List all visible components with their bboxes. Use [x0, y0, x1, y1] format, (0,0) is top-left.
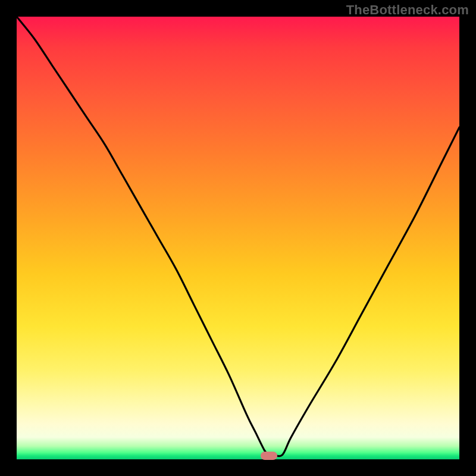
bottleneck-curve	[17, 17, 459, 459]
plot-area	[17, 17, 459, 459]
watermark-text: TheBottleneck.com	[346, 2, 469, 18]
chart-frame: TheBottleneck.com	[0, 0, 476, 476]
optimum-marker	[261, 452, 277, 460]
